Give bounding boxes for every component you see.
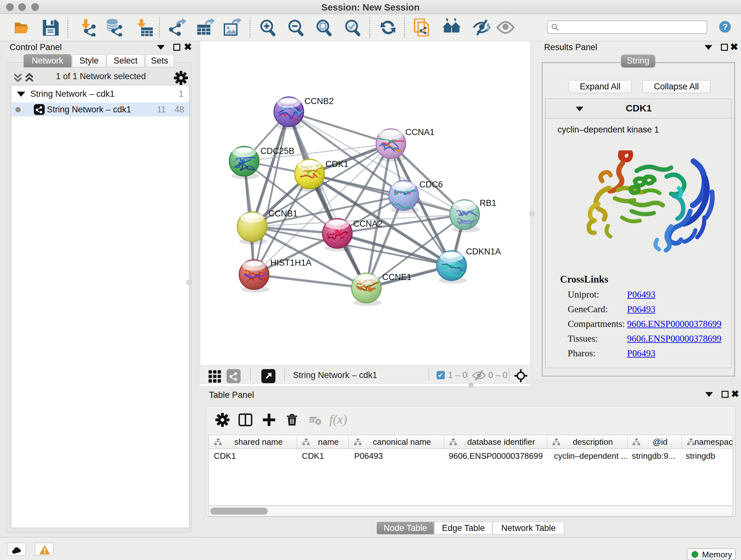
svg-text:CDKN1A: CDKN1A [466, 247, 501, 256]
svg-text:CCNB2: CCNB2 [305, 97, 334, 106]
svg-text:CDC6: CDC6 [419, 180, 443, 189]
svg-text:RB1: RB1 [480, 198, 496, 208]
svg-text:CCNA2: CCNA2 [353, 219, 383, 229]
svg-text:CCNA1: CCNA1 [405, 127, 434, 137]
svg-text:?: ? [723, 22, 728, 32]
svg-text:HIST1H1A: HIST1H1A [270, 258, 312, 267]
svg-text:CCNB1: CCNB1 [268, 209, 298, 219]
svg-text:CCNE1: CCNE1 [382, 272, 412, 282]
svg-text:CDC25B: CDC25B [260, 146, 294, 156]
svg-text:CDK1: CDK1 [326, 159, 348, 169]
